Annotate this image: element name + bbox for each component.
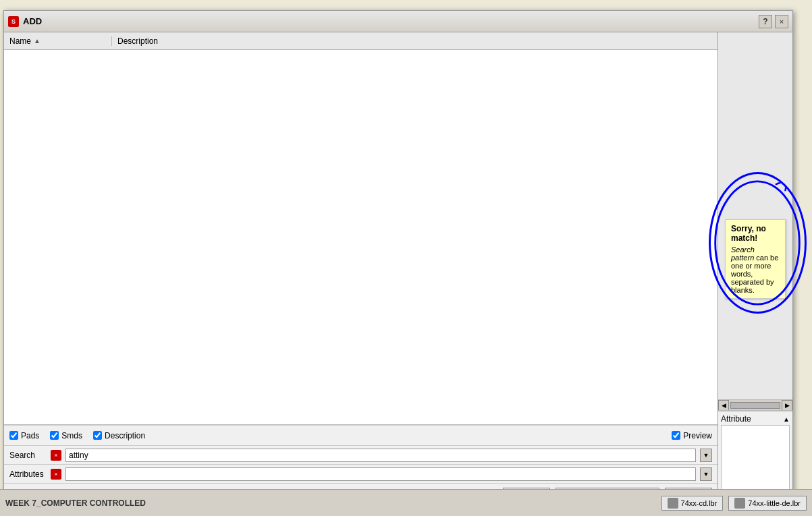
title-bar: S ADD ? × [4, 11, 792, 32]
taskbar-item-2[interactable]: 74xx-little-de.lbr [728, 496, 807, 511]
no-match-body: Search pattern can be one or more words,… [731, 246, 780, 294]
pads-checkbox-label[interactable]: Pads [9, 431, 39, 440]
taskbar-item-1[interactable]: 74xx-cd.lbr [661, 496, 724, 511]
attributes-label: Attributes [9, 469, 47, 479]
dialog-icon: S [8, 16, 19, 27]
attribute-header: Attribute ▲ [721, 414, 790, 424]
attributes-dropdown-button[interactable]: ▼ [700, 467, 712, 481]
preview-checkbox-container: Preview [672, 431, 712, 440]
preview-scroll-x: ◀ ▶ [718, 399, 792, 410]
taskbar-item-icon-1 [668, 498, 678, 509]
title-bar-left: S ADD [8, 16, 42, 27]
title-bar-controls: ? × [759, 15, 788, 28]
search-input[interactable] [65, 449, 696, 462]
taskbar-label: WEEK 7_COMPUTER CONTROLLED [5, 498, 146, 508]
search-label: Search [9, 451, 47, 460]
preview-checkbox[interactable] [672, 431, 680, 440]
smds-checkbox[interactable] [50, 431, 59, 440]
close-button[interactable]: × [775, 15, 788, 28]
left-panel: Name ▲ Description Pads Smds [4, 32, 718, 509]
pads-checkbox[interactable] [9, 431, 18, 440]
table-body [4, 50, 718, 425]
search-dropdown-button[interactable]: ▼ [700, 449, 712, 462]
no-match-title: Sorry, no match! [731, 224, 780, 243]
attributes-row: Attributes × ▼ [4, 464, 718, 483]
taskbar: WEEK 7_COMPUTER CONTROLLED 74xx-cd.lbr 7… [0, 489, 812, 516]
preview-area: Sorry, no match! Search pattern can be o… [718, 32, 792, 411]
search-row: Search × ▼ [4, 445, 718, 464]
dialog-title: ADD [23, 16, 42, 26]
dialog-content: Name ▲ Description Pads Smds [4, 32, 792, 509]
search-clear-button[interactable]: × [51, 450, 61, 461]
scroll-left-button[interactable]: ◀ [718, 400, 729, 411]
no-match-tooltip: Sorry, no match! Search pattern can be o… [725, 219, 786, 299]
preview-checkbox-label[interactable]: Preview [672, 431, 712, 440]
right-panel: Sorry, no match! Search pattern can be o… [718, 32, 792, 509]
table-header: Name ▲ Description [4, 32, 718, 50]
attributes-input[interactable] [65, 467, 696, 481]
attributes-clear-button[interactable]: × [51, 469, 61, 480]
add-dialog: S ADD ? × Name ▲ Description [3, 10, 793, 509]
filter-checkboxes: Pads Smds Description Preview [4, 425, 718, 445]
col-name-header: Name ▲ [4, 36, 112, 46]
sort-arrow-icon[interactable]: ▲ [34, 37, 40, 45]
taskbar-item-icon-2 [734, 498, 745, 509]
scroll-thumb-h[interactable] [730, 402, 780, 409]
col-desc-header: Description [112, 36, 718, 46]
smds-checkbox-label[interactable]: Smds [50, 431, 82, 440]
scroll-right-button[interactable]: ▶ [782, 400, 792, 411]
attribute-title: Attribute [721, 414, 751, 424]
attribute-up-arrow-icon[interactable]: ▲ [783, 415, 790, 423]
description-checkbox-label[interactable]: Description [93, 431, 145, 440]
help-button[interactable]: ? [759, 15, 772, 28]
description-checkbox[interactable] [93, 431, 102, 440]
